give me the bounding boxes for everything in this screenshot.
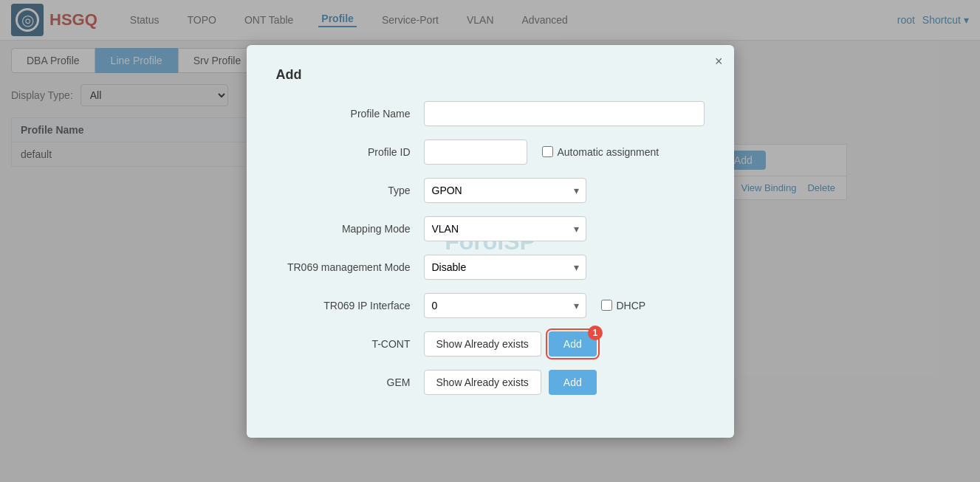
auto-assignment-checkbox[interactable] — [542, 146, 553, 157]
auto-assignment-label: Automatic assignment — [542, 146, 659, 158]
profile-id-label: Profile ID — [276, 146, 424, 158]
profile-name-label: Profile Name — [276, 108, 424, 120]
modal-title: Add — [276, 67, 705, 83]
modal-close-button[interactable]: × — [715, 54, 723, 69]
profile-name-row: Profile Name — [276, 101, 705, 126]
modal-overlay: ForoISP × Add Profile Name Profile ID Au… — [0, 0, 980, 174]
profile-name-input[interactable] — [424, 101, 705, 126]
profile-id-input[interactable] — [424, 140, 527, 165]
add-modal: ForoISP × Add Profile Name Profile ID Au… — [247, 45, 734, 175]
profile-id-row: Profile ID Automatic assignment — [276, 140, 705, 165]
